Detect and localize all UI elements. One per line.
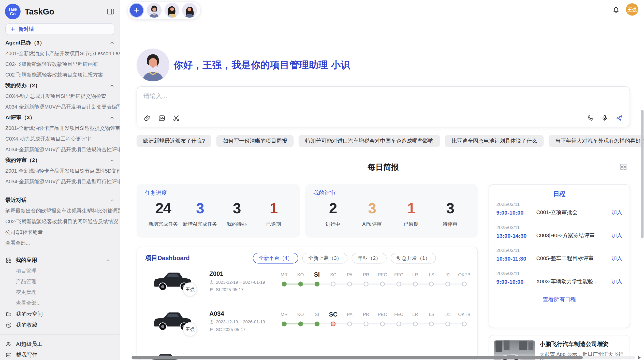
list-item[interactable]: C02-飞腾新能源轻客改款项目立项汇报方案 [5,69,120,80]
milestone-labels: MR KO SI SC PA PR PEC FEC LR [276,270,473,279]
project-node: SC-2025-05-17 [216,327,245,332]
avatar[interactable] [165,3,179,18]
scissors-icon[interactable] [172,114,180,122]
list-item[interactable]: Z001-全新燃油轻卡产品开发项目SI造型提交物评审 [5,123,120,133]
section-my-review[interactable]: 我的评审（2） [5,155,120,166]
main-content: 你好，王强，我是你的项目管理助理 小识 请输入... 欧洲新规最近颁布了什么? … [120,49,644,360]
schedule-event[interactable]: 2025/03/11 13:00-14:30 C003|H0B-方案冻结评审 加… [496,221,622,244]
milestone-dot [462,321,467,326]
collapse-sidebar-icon[interactable] [107,7,115,16]
vertical-scrollbar-thumb[interactable] [641,110,643,238]
paperclip-icon[interactable] [143,114,151,122]
sidebar-list: Agent已办（3） Z001-全新燃油皮卡产品开发项目SI节点Lesson L… [0,35,120,360]
milestone-label-current: SI [309,270,325,279]
project-row[interactable]: 王强 Z001 2023-12-19 ~ 2027-01-19 [145,267,469,307]
milestone-label: MR [276,270,292,279]
join-link[interactable]: 加入 [611,209,622,216]
mic-icon[interactable] [601,114,609,122]
section-my-apps[interactable]: 我的应用 [5,255,120,265]
phone-icon[interactable] [587,114,594,122]
section-my-todo[interactable]: 我的待办（2） [5,80,120,91]
list-item[interactable]: Z001-全新燃油轻卡产品开发项目SI节点属性5D文件评审 [5,166,120,176]
join-link[interactable]: 加入 [611,278,622,285]
chat-input[interactable]: 请输入... [137,86,630,128]
send-icon[interactable] [615,114,623,122]
list-item[interactable]: A034-全新新能源MUV产品开发项目计划变更表编写 [5,101,120,112]
flag-icon [209,287,214,292]
filter-chip-selected[interactable]: 全新平台（4） [253,253,298,263]
stat: 3 我的待办 [218,199,255,228]
filter-chip[interactable]: 全新上装（3） [302,253,348,263]
list-item[interactable]: A034-全新新能源MUV产品开发项目法规符合性评审 [5,144,120,155]
owner-badge: 王强 [183,322,197,336]
suggestion-chip[interactable]: 比亚迪全固态电池计划具体说了什么 [445,135,544,147]
avatar[interactable] [182,3,197,18]
session-avatars-pill [127,1,201,19]
avatar[interactable] [147,3,162,18]
milestone-label: LR [407,310,423,319]
milestone-dot-done [314,321,319,326]
sidebar-item-ai-staff[interactable]: AI超级员工 [5,338,120,350]
user-avatar[interactable]: 王强 [626,3,638,16]
list-item[interactable]: A034-全新新能源MUV产品开发项目造型可行性评审 [5,176,120,187]
milestone-label: J1 [440,270,456,279]
project-row[interactable]: 王强 A034 2023-12-19 ~ 2026-01-19 [145,307,469,347]
schedule-event[interactable]: 2025/03/11 9:00-10:00 C001-立项审批会 加入 [496,198,622,221]
suggestion-chip[interactable]: 特朗普可能对进口汽车增税会对中国车企造成哪些影响 [299,135,440,147]
new-session-button[interactable] [129,3,144,18]
suggestion-chip[interactable]: 当下年轻人对汽车外观有怎样的喜好趋势 [549,135,644,147]
list-item[interactable]: Z001-全新燃油皮卡产品开发项目SI节点Lesson Learn报告 [5,48,120,59]
section-title: 我的待办（2） [5,82,40,89]
section-recent-chats[interactable]: 最近对话 [5,195,120,205]
milestone-dot [380,282,385,287]
view-all-chats[interactable]: 查看全部... [5,238,120,248]
sidebar-item-cloud-space[interactable]: 我的云空间 [5,308,120,320]
schedule-event[interactable]: 2025/03/11 10:30-11:30 C005-整车工程目标评审 加入 [496,244,622,267]
daily-briefing-header: 每日简报 [137,162,630,173]
view-all-apps[interactable]: 查看全部... [5,298,120,308]
join-link[interactable]: 加入 [611,255,622,262]
stat-value: 3 [353,199,392,217]
stat-value: 3 [218,199,255,217]
chevron-up-icon [109,115,115,120]
list-item[interactable]: 解释最新出台的欧盟报废车法规再生塑料比例被调到15%... [5,205,120,216]
section-ai-review[interactable]: AI评审（3） [5,112,120,123]
scroll-right-arrow[interactable] [638,356,641,360]
left-column: 任务进度 24 新增完成任务 3 新增AI完成任务 [137,184,478,360]
stat-value: 3 [182,199,218,217]
event-date: 2025/03/11 [496,271,622,276]
filter-chip[interactable]: 动总开发（1） [391,253,436,263]
horizontal-scrollbar-thumb[interactable] [131,356,583,359]
sidebar-item-project-mgmt[interactable]: 项目管理 [5,265,120,276]
list-item[interactable]: C02-飞腾新能源轻客改款项目的闭环通告反馈情况 [5,216,120,227]
schedule-event[interactable]: 2025/03/11 9:00-10:00 X003-车辆动力学性能验... 加… [496,267,622,290]
list-item[interactable]: C0X4-动力总成开发项目SI里程碑提交物检查 [5,91,120,101]
sidebar-item-product-mgmt[interactable]: 产品管理 [5,276,120,287]
list-item[interactable]: 公司Q3轻卡销量 [5,227,120,238]
section-agent-done[interactable]: Agent已办（3） [5,37,120,48]
briefing-columns: 任务进度 24 新增完成任务 3 新增AI完成任务 [137,184,630,360]
suggestion-chip[interactable]: 如何写一份清晰的项目周报 [216,135,294,147]
notification-bell-icon[interactable] [612,5,620,13]
list-item[interactable]: C02-飞腾新能源轻客改款项目里程碑画布 [5,59,120,69]
sidebar-item-help-write[interactable]: 帮我写作 [5,349,120,360]
sidebar-item-favorites[interactable]: 我的收藏 [5,319,120,331]
project-dashboard-card: 项目Dashboard 全新平台（4） 全新上装（3） 年型（2） 动总开发（1… [137,247,478,360]
app-root: Task Go TaskGo 新对话 Agent已办（3） Z001-全新燃油皮… [0,0,644,360]
app-logo: Task Go [5,4,20,19]
new-chat-button[interactable]: 新对话 [5,23,114,35]
list-item[interactable]: C0X4-动力总成开发项目工程变更评审 [5,133,120,144]
layout-grid-icon[interactable] [619,163,627,171]
milestone-dot-overdue [331,321,336,326]
stat: 3 待评审 [431,199,470,228]
apps-grid-icon [5,257,12,264]
suggestion-chip[interactable]: 欧洲新规最近颁布了什么? [137,135,212,147]
milestone-label: KO [292,310,309,319]
filter-chip[interactable]: 年型（2） [352,253,387,263]
schedule-title: 日程 [496,190,622,198]
join-link[interactable]: 加入 [611,232,622,239]
image-icon[interactable] [158,114,166,122]
view-all-schedule-link[interactable]: 查看所有日程 [496,296,622,303]
owner-badge: 王强 [183,282,197,296]
sidebar-item-change-mgmt[interactable]: 变更管理 [5,287,120,298]
